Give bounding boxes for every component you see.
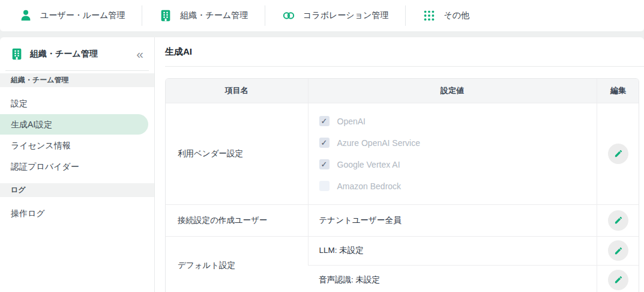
building-icon xyxy=(159,9,172,22)
sidebar-group-heading-log: ログ xyxy=(0,183,154,197)
column-header-item-name: 項目名 xyxy=(166,79,308,103)
checkbox-unchecked-icon xyxy=(319,181,330,191)
checkbox-checked-icon: ✓ xyxy=(319,138,330,148)
checkbox-checked-icon: ✓ xyxy=(319,116,330,126)
main-panel: 生成AI 項目名 設定値 編集 利用ベンダー設定 xyxy=(155,37,644,292)
nav-item-collaboration-management[interactable]: コラボレーション管理 xyxy=(265,0,405,31)
sidebar-group-list: 操作ログ xyxy=(0,197,154,228)
pencil-icon xyxy=(614,216,623,225)
edit-default-speech-button[interactable] xyxy=(608,270,628,290)
table-row-connection-creator: 接続設定の作成ユーザー テナントユーザー全員 xyxy=(166,204,639,236)
divider xyxy=(165,66,644,67)
pencil-icon xyxy=(614,246,623,255)
checkbox-option-amazon-bedrock: Amazon Bedrock xyxy=(319,175,597,197)
top-navigation: ユーザー・ルーム管理 組織・チーム管理 コラボレーション管理 xyxy=(0,0,644,31)
nav-item-label: その他 xyxy=(444,10,469,21)
nav-item-label: 組織・チーム管理 xyxy=(180,10,248,21)
vendor-checkbox-list: ✓ OpenAI ✓ Azure OpenAI Service ✓ Google… xyxy=(308,103,597,204)
checkbox-option-openai: ✓ OpenAI xyxy=(319,111,597,132)
setting-value-cell: テナントユーザー全員 xyxy=(308,204,597,236)
edit-vendor-settings-button[interactable] xyxy=(608,144,628,164)
sidebar-title: 組織・チーム管理 xyxy=(30,49,134,59)
sidebar-header: 組織・チーム管理 « xyxy=(0,37,154,70)
checkbox-option-google-vertex: ✓ Google Vertex AI xyxy=(319,154,597,175)
nav-item-user-room-management[interactable]: ユーザー・ルーム管理 xyxy=(2,0,142,31)
column-header-edit: 編集 xyxy=(597,79,639,103)
table-row-vendor-settings: 利用ベンダー設定 ✓ OpenAI ✓ Azure OpenAI Service xyxy=(166,103,639,204)
checkbox-checked-icon: ✓ xyxy=(319,159,330,169)
pencil-icon xyxy=(614,149,623,158)
nav-item-label: コラボレーション管理 xyxy=(303,10,388,21)
edit-default-llm-button[interactable] xyxy=(608,240,628,261)
table-header-row: 項目名 設定値 編集 xyxy=(166,79,639,103)
setting-value-cell: 音声認識: 未設定 xyxy=(308,265,597,292)
nav-item-org-team-management[interactable]: 組織・チーム管理 xyxy=(142,0,265,31)
checkbox-option-azure-openai: ✓ Azure OpenAI Service xyxy=(319,132,597,154)
sidebar-item-operation-log[interactable]: 操作ログ xyxy=(0,203,148,224)
checkbox-label: Amazon Bedrock xyxy=(337,181,402,191)
item-name-cell: デフォルト設定 xyxy=(166,236,308,292)
collaboration-icon xyxy=(282,9,295,22)
collapse-sidebar-icon[interactable]: « xyxy=(134,47,146,60)
nav-item-others[interactable]: その他 xyxy=(406,0,486,31)
grid-icon xyxy=(423,9,436,22)
sidebar-item-settings[interactable]: 設定 xyxy=(0,93,148,114)
content-area: 組織・チーム管理 « 組織・チーム管理 設定 生成AI設定 ライセンス情報 認証… xyxy=(0,37,644,292)
sidebar-group-heading-org-team: 組織・チーム管理 xyxy=(0,73,154,87)
column-header-setting-value: 設定値 xyxy=(308,79,597,103)
item-name-cell: 接続設定の作成ユーザー xyxy=(166,204,308,236)
sidebar-group-list: 設定 生成AI設定 ライセンス情報 認証プロバイダー xyxy=(0,87,154,181)
setting-value-cell: LLM: 未設定 xyxy=(308,236,597,265)
edit-connection-creator-button[interactable] xyxy=(608,210,628,231)
table-row-default-llm: デフォルト設定 LLM: 未設定 xyxy=(166,236,639,265)
sidebar-item-auth-provider[interactable]: 認証プロバイダー xyxy=(0,156,148,177)
sidebar-item-license-info[interactable]: ライセンス情報 xyxy=(0,135,148,156)
page-title: 生成AI xyxy=(165,37,644,58)
divider xyxy=(5,70,149,71)
sidebar: 組織・チーム管理 « 組織・チーム管理 設定 生成AI設定 ライセンス情報 認証… xyxy=(0,37,155,292)
checkbox-label: Azure OpenAI Service xyxy=(337,138,421,148)
checkbox-label: OpenAI xyxy=(337,117,366,126)
building-icon xyxy=(10,47,23,61)
pencil-icon xyxy=(614,275,623,284)
user-icon xyxy=(19,9,32,22)
checkbox-label: Google Vertex AI xyxy=(337,160,400,169)
sidebar-item-genai-settings[interactable]: 生成AI設定 xyxy=(0,114,148,135)
item-name-cell: 利用ベンダー設定 xyxy=(166,103,308,204)
nav-item-label: ユーザー・ルーム管理 xyxy=(40,10,125,21)
settings-table: 項目名 設定値 編集 利用ベンダー設定 ✓ OpenAI xyxy=(165,78,639,292)
